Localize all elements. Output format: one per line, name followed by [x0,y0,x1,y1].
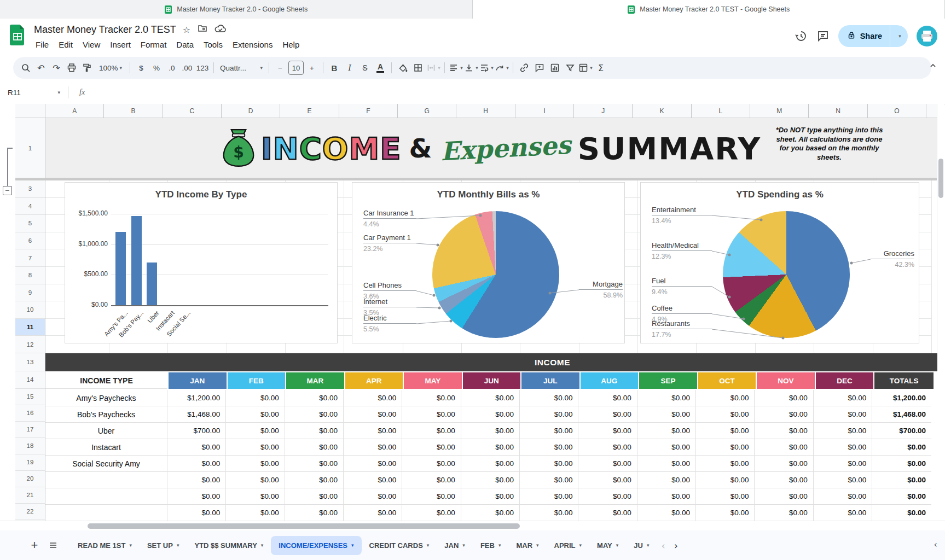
income-type-cell[interactable] [45,505,167,521]
totals-header[interactable]: TOTALS [874,372,934,389]
horizontal-scrollbar[interactable] [0,521,945,531]
ytd-income-chart[interactable]: YTD Income By Type $0.00$500.00$1,000.00… [65,182,338,343]
row-header[interactable]: 19 [15,454,45,471]
row-header[interactable]: 5 [15,215,45,232]
font-select[interactable]: Quattr...▾ [218,60,265,75]
month-value-cell[interactable]: $0.00 [226,439,285,456]
merge-cells-button[interactable]: ▾ [426,60,440,75]
row-header[interactable]: 8 [15,267,45,284]
strikethrough-button[interactable]: S [358,60,372,75]
menu-item[interactable]: Tools [199,37,228,52]
month-value-cell[interactable]: $0.00 [402,456,461,472]
month-value-cell[interactable]: $0.00 [814,472,872,488]
month-value-cell[interactable]: $0.00 [461,456,520,472]
month-value-cell[interactable]: $0.00 [285,423,344,439]
sheet-tab-menu-icon[interactable]: ▾ [647,542,650,548]
column-header[interactable]: O [868,104,926,118]
menu-item[interactable]: File [31,37,54,52]
scroll-tabs-right-icon[interactable]: › [674,540,678,551]
month-value-cell[interactable]: $0.00 [461,488,520,505]
zoom-select[interactable]: 100%▾ [95,60,126,75]
row-header[interactable]: 6 [15,232,45,250]
column-header[interactable]: J [574,104,633,118]
month-value-cell[interactable]: $0.00 [696,423,755,439]
month-value-cell[interactable]: $0.00 [814,488,872,505]
month-column-header[interactable]: NOV [757,372,815,389]
text-color-button[interactable]: A [373,60,387,75]
row-header[interactable]: 13 [15,353,45,371]
month-value-cell[interactable]: $0.00 [402,406,461,423]
month-value-cell[interactable]: $0.00 [226,390,285,406]
month-value-cell[interactable]: $0.00 [520,488,578,505]
row-header[interactable]: 9 [15,284,45,302]
redo-icon[interactable]: ↷ [49,60,63,75]
month-value-cell[interactable]: $0.00 [814,390,872,406]
row-header[interactable]: 11 [15,319,45,336]
month-value-cell[interactable]: $0.00 [814,423,872,439]
month-value-cell[interactable]: $0.00 [696,390,755,406]
undo-icon[interactable]: ↶ [34,60,48,75]
month-value-cell[interactable]: $0.00 [344,505,402,521]
month-value-cell[interactable]: $0.00 [402,390,461,406]
share-button[interactable]: Share ▾ [838,25,908,47]
month-value-cell[interactable]: $0.00 [520,472,578,488]
bar-Uber[interactable] [147,262,157,305]
month-value-cell[interactable]: $0.00 [285,406,344,423]
sheet-tab[interactable]: MAR ▾ [508,536,546,555]
month-value-cell[interactable]: $1,468.00 [167,406,226,423]
month-value-cell[interactable]: $0.00 [520,439,578,456]
total-value-cell[interactable]: $0.00 [872,472,931,488]
month-value-cell[interactable]: $0.00 [696,406,755,423]
month-column-header[interactable]: JUN [463,372,521,389]
name-box[interactable]: R11 ▾ [0,89,65,97]
paint-format-icon[interactable] [80,60,94,75]
increase-font-size-button[interactable]: + [305,60,319,75]
column-header[interactable]: A [45,104,104,118]
month-value-cell[interactable]: $0.00 [696,472,755,488]
collapse-panel-icon[interactable]: ‹ [934,539,937,550]
month-value-cell[interactable]: $0.00 [520,390,578,406]
column-header[interactable]: H [456,104,515,118]
move-folder-icon[interactable] [197,24,208,36]
row-header[interactable]: 7 [15,249,45,267]
month-value-cell[interactable]: $0.00 [637,505,696,521]
month-value-cell[interactable]: $0.00 [637,439,696,456]
row-header[interactable]: 10 [15,301,45,319]
month-value-cell[interactable]: $0.00 [637,472,696,488]
month-value-cell[interactable]: $0.00 [814,505,872,521]
month-value-cell[interactable]: $0.00 [285,439,344,456]
month-value-cell[interactable]: $0.00 [402,439,461,456]
month-column-header[interactable]: DEC [816,372,874,389]
month-column-header[interactable]: OCT [698,372,756,389]
sheet-tab[interactable]: SET UP ▾ [140,536,187,555]
income-type-cell[interactable]: Bob's Paychecks [45,406,167,423]
row-header[interactable]: 18 [15,438,45,454]
row-header[interactable]: 12 [15,336,45,353]
spreadsheet-grid[interactable]: $ INCOME & Expenses SUMMARY *Do NOT type… [45,118,937,521]
month-value-cell[interactable]: $0.00 [520,406,578,423]
total-value-cell[interactable]: $0.00 [872,488,931,505]
italic-button[interactable]: I [343,60,357,75]
row-header[interactable]: 1 [15,118,45,178]
borders-button[interactable] [411,60,425,75]
sheet-tab-menu-icon[interactable]: ▾ [261,542,264,548]
month-value-cell[interactable]: $0.00 [461,390,520,406]
month-value-cell[interactable]: $0.00 [696,456,755,472]
menu-item[interactable]: Extensions [228,37,277,52]
month-value-cell[interactable]: $0.00 [755,406,813,423]
month-value-cell[interactable]: $0.00 [167,505,226,521]
document-title[interactable]: Master Money Tracker 2.0 TEST [34,24,176,36]
month-value-cell[interactable]: $0.00 [285,456,344,472]
bar-Amy's Paychecks[interactable] [115,232,126,305]
cloud-status-icon[interactable] [214,24,227,36]
income-type-cell[interactable]: Instacart [45,439,167,456]
month-column-header[interactable]: APR [345,372,403,389]
month-value-cell[interactable]: $0.00 [461,406,520,423]
month-value-cell[interactable]: $0.00 [696,505,755,521]
month-value-cell[interactable]: $0.00 [755,472,813,488]
month-column-header[interactable]: FEB [228,372,286,389]
month-value-cell[interactable]: $0.00 [755,488,813,505]
month-value-cell[interactable]: $0.00 [226,472,285,488]
income-type-header[interactable]: INCOME TYPE [45,372,167,389]
star-icon[interactable]: ☆ [183,25,190,35]
